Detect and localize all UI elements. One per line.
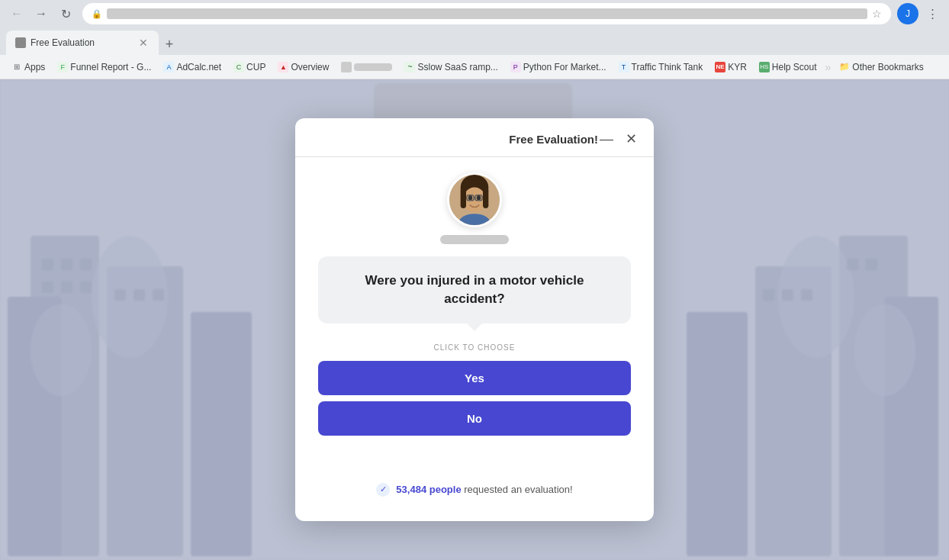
footer-count: 53,484 people (396, 484, 461, 495)
more-bookmarks-indicator: » (825, 61, 832, 73)
bookmark-blurred[interactable] (336, 57, 397, 77)
agent-name (440, 235, 509, 244)
avatar-image (449, 172, 500, 227)
url-text (107, 8, 867, 19)
bookmark-traffic-think-tank[interactable]: T Traffic Think Tank (613, 57, 709, 77)
profile-icon[interactable]: J (897, 3, 918, 24)
question-text: Were you injured in a motor vehicle acci… (365, 273, 584, 306)
no-button[interactable]: No (318, 401, 631, 436)
modal-minimize-button[interactable]: — (598, 130, 615, 147)
funnel-report-icon: F (57, 62, 68, 72)
bookmark-cup[interactable]: C CUP (228, 57, 271, 77)
toolbar-icons: J ⋮ (897, 3, 943, 24)
modal-divider (295, 156, 654, 157)
apps-icon: ⊞ (11, 62, 22, 72)
active-tab[interactable]: Free Evaluation ✕ (6, 31, 159, 55)
other-bookmarks-icon: 📁 (839, 62, 850, 72)
yes-button[interactable]: Yes (318, 361, 631, 395)
cup-icon: C (233, 62, 244, 72)
svg-point-33 (468, 195, 473, 200)
overview-icon: ▲ (278, 62, 288, 72)
python-market-icon: P (510, 62, 521, 72)
bookmark-overview[interactable]: ▲ Overview (272, 57, 334, 77)
bookmark-apps[interactable]: ⊞ Apps (6, 57, 50, 77)
avatar (447, 172, 502, 227)
bookmark-other[interactable]: 📁 Other Bookmarks (834, 57, 928, 77)
extensions-button[interactable]: ⋮ (922, 3, 943, 24)
tab-title: Free Evaluation (31, 37, 133, 48)
address-bar[interactable]: 🔒 ☆ (82, 3, 891, 24)
blurred-icon (341, 62, 352, 72)
modal-header-controls: — ✕ (598, 130, 639, 147)
modal-body: Were you injured in a motor vehicle acci… (295, 172, 654, 442)
sslow-saas-icon: ~ (404, 62, 415, 72)
modal-header: Free Evaluation! — ✕ (295, 118, 654, 156)
svg-rect-31 (461, 188, 466, 209)
svg-point-34 (477, 195, 481, 200)
check-icon: ✓ (376, 483, 390, 497)
tab-bar: Free Evaluation ✕ + (0, 27, 949, 55)
footer-text: 53,484 people requested an evaluation! (396, 484, 572, 495)
tab-favicon (15, 37, 26, 48)
bookmark-bar: ⊞ Apps F Funnel Report - G... A AdCalc.n… (0, 55, 949, 79)
lock-icon: 🔒 (92, 9, 102, 19)
content-area: Free Evaluation! — ✕ (0, 79, 949, 560)
tab-close-button[interactable]: ✕ (137, 37, 150, 49)
star-icon[interactable]: ☆ (872, 8, 882, 20)
click-to-choose-label: CLICK TO CHOOSE (434, 343, 516, 352)
modal-overlay: Free Evaluation! — ✕ (0, 79, 949, 560)
back-button[interactable]: ← (6, 3, 27, 24)
forward-button[interactable]: → (31, 3, 52, 24)
modal-title: Free Evaluation! (509, 133, 598, 146)
bookmark-adcalc[interactable]: A AdCalc.net (158, 57, 227, 77)
svg-rect-32 (483, 188, 488, 209)
blurred-label (354, 63, 392, 71)
help-scout-icon: HS (759, 62, 770, 72)
traffic-think-tank-icon: T (619, 62, 629, 72)
nav-buttons: ← → ↻ (6, 3, 76, 24)
bookmark-help-scout[interactable]: HS Help Scout (754, 57, 822, 77)
modal-spacer (295, 442, 654, 465)
modal-close-button[interactable]: ✕ (624, 130, 639, 147)
modal: Free Evaluation! — ✕ (295, 118, 654, 521)
kyr-icon: NE (715, 62, 725, 72)
bookmark-sslow-saas[interactable]: ~ Sslow SaaS ramp... (399, 57, 503, 77)
bookmark-python-market[interactable]: P Python For Market... (505, 57, 612, 77)
chrome-toolbar: ← → ↻ 🔒 ☆ J ⋮ (0, 0, 949, 27)
adcalc-icon: A (163, 62, 174, 72)
reload-button[interactable]: ↻ (55, 3, 76, 24)
bookmark-funnel-report[interactable]: F Funnel Report - G... (52, 57, 156, 77)
footer-suffix: requested an evaluation! (464, 484, 572, 495)
speech-bubble: Were you injured in a motor vehicle acci… (318, 256, 631, 323)
modal-footer: ✓ 53,484 people requested an evaluation! (295, 483, 654, 497)
browser-window: ← → ↻ 🔒 ☆ J ⋮ Free Evaluation ✕ + ⊞ Apps… (0, 0, 949, 560)
new-tab-button[interactable]: + (159, 34, 180, 55)
bookmark-kyr[interactable]: NE KYR (709, 57, 752, 77)
